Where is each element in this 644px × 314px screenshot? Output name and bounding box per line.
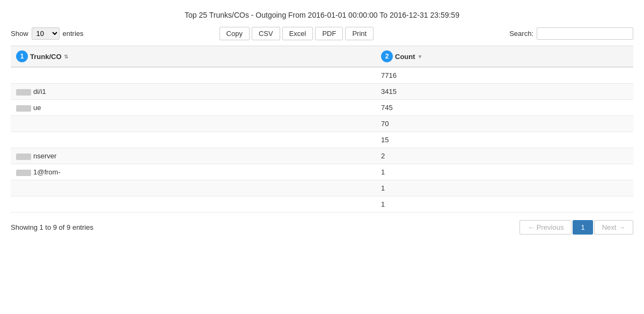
col-trunk-co[interactable]: 1 Trunk/CO ⇅ — [11, 46, 376, 68]
showing-text: Showing 1 to 9 of 9 entries — [11, 223, 93, 231]
previous-button[interactable]: ← Previous — [519, 220, 572, 235]
trunk-cell: di/i1 — [11, 84, 376, 100]
table-row: 15 — [11, 132, 633, 148]
table-row: 7716 — [11, 67, 633, 84]
col2-badge: 2 — [381, 50, 393, 62]
pagination: ← Previous 1 Next → — [519, 220, 633, 235]
next-button[interactable]: Next → — [594, 220, 633, 235]
table-row: 70 — [11, 116, 633, 132]
csv-button[interactable]: CSV — [252, 27, 280, 40]
count-cell: 15 — [376, 132, 633, 148]
trunk-cell: nserver — [11, 148, 376, 164]
count-cell: 7716 — [376, 67, 633, 84]
copy-button[interactable]: Copy — [219, 27, 250, 40]
page-1-button[interactable]: 1 — [573, 220, 592, 235]
page-title: Top 25 Trunks/COs - Outgoing From 2016-0… — [11, 11, 633, 19]
table-row: di/i13415 — [11, 84, 633, 100]
col1-sort-icon: ⇅ — [64, 54, 68, 60]
export-buttons: Copy CSV Excel PDF Print — [219, 27, 374, 40]
table-row: ue745 — [11, 100, 633, 116]
trunk-cell — [11, 116, 376, 132]
pdf-button[interactable]: PDF — [315, 27, 343, 40]
count-cell: 2 — [376, 148, 633, 164]
show-label: Show — [11, 30, 28, 38]
table-row: 1@from-1 — [11, 164, 633, 180]
col-count[interactable]: 2 Count ▼ — [376, 46, 633, 68]
trunk-cell — [11, 196, 376, 213]
excel-button[interactable]: Excel — [282, 27, 313, 40]
col1-label: Trunk/CO — [30, 53, 62, 61]
count-cell: 1 — [376, 180, 633, 196]
trunk-cell — [11, 132, 376, 148]
count-cell: 1 — [376, 164, 633, 180]
entries-label: entries — [63, 30, 84, 38]
trunk-cell: ue — [11, 100, 376, 116]
count-cell: 1 — [376, 196, 633, 213]
table-container: 1 Trunk/CO ⇅ 2 Count ▼ 7716di/i13415ue74… — [11, 46, 633, 213]
col2-sort-icon: ▼ — [418, 54, 423, 60]
data-table: 1 Trunk/CO ⇅ 2 Count ▼ 7716di/i13415ue74… — [11, 46, 633, 213]
search-label: Search: — [509, 30, 533, 38]
col1-badge: 1 — [16, 50, 28, 62]
trunk-cell — [11, 67, 376, 84]
count-cell: 3415 — [376, 84, 633, 100]
table-row: nserver2 — [11, 148, 633, 164]
table-row: 1 — [11, 180, 633, 196]
trunk-cell — [11, 180, 376, 196]
table-row: 1 — [11, 196, 633, 213]
count-cell: 70 — [376, 116, 633, 132]
print-button[interactable]: Print — [345, 27, 374, 40]
trunk-cell: 1@from- — [11, 164, 376, 180]
search-input[interactable] — [537, 27, 633, 40]
count-cell: 745 — [376, 100, 633, 116]
col2-label: Count — [395, 53, 415, 61]
entries-select[interactable]: 10 25 50 100 — [32, 27, 60, 40]
